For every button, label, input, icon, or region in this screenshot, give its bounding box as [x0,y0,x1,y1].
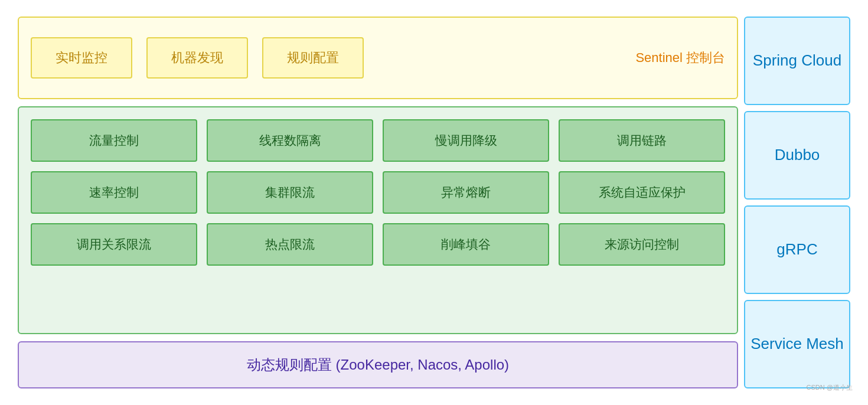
features-row-2: 速率控制 集群限流 异常熔断 系统自适应保护 [31,171,725,214]
feature-call-chain: 调用链路 [559,119,725,162]
feature-slow-degrade: 慢调用降级 [383,119,549,162]
bottom-section: 动态规则配置 (ZooKeeper, Nacos, Apollo) [18,341,738,388]
sentinel-section: 实时监控 机器发现 规则配置 Sentinel 控制台 [18,17,738,99]
feature-rate-control: 速率控制 [31,171,197,214]
sentinel-box-discovery: 机器发现 [146,37,248,79]
right-box-service-mesh: Service Mesh [744,300,850,388]
right-box-grpc: gRPC [744,205,850,294]
left-panel: 实时监控 机器发现 规则配置 Sentinel 控制台 流量控制 线程数隔离 慢… [18,17,738,388]
feature-cluster-limit: 集群限流 [207,171,373,214]
right-panel: Spring Cloud Dubbo gRPC Service Mesh [744,17,850,388]
feature-relation-limit: 调用关系限流 [31,223,197,266]
sentinel-boxes: 实时监控 机器发现 规则配置 [31,37,624,79]
watermark: CSDN @道小生 [807,383,853,392]
feature-thread-isolation: 线程数隔离 [207,119,373,162]
main-container: 实时监控 机器发现 规则配置 Sentinel 控制台 流量控制 线程数隔离 慢… [12,11,856,394]
sentinel-box-realtime: 实时监控 [31,37,132,79]
feature-source-control: 来源访问控制 [559,223,725,266]
right-box-dubbo: Dubbo [744,111,850,200]
feature-peak-clipping: 削峰填谷 [383,223,549,266]
features-row-1: 流量控制 线程数隔离 慢调用降级 调用链路 [31,119,725,162]
sentinel-label: Sentinel 控制台 [635,49,725,67]
feature-exception-break: 异常熔断 [383,171,549,214]
features-section: 流量控制 线程数隔离 慢调用降级 调用链路 速率控制 集群限流 异常熔断 系统自… [18,106,738,334]
sentinel-box-config: 规则配置 [262,37,364,79]
feature-hotspot-limit: 热点限流 [207,223,373,266]
feature-system-protect: 系统自适应保护 [559,171,725,214]
right-box-spring-cloud: Spring Cloud [744,17,850,105]
features-row-3: 调用关系限流 热点限流 削峰填谷 来源访问控制 [31,223,725,266]
feature-flow-control: 流量控制 [31,119,197,162]
